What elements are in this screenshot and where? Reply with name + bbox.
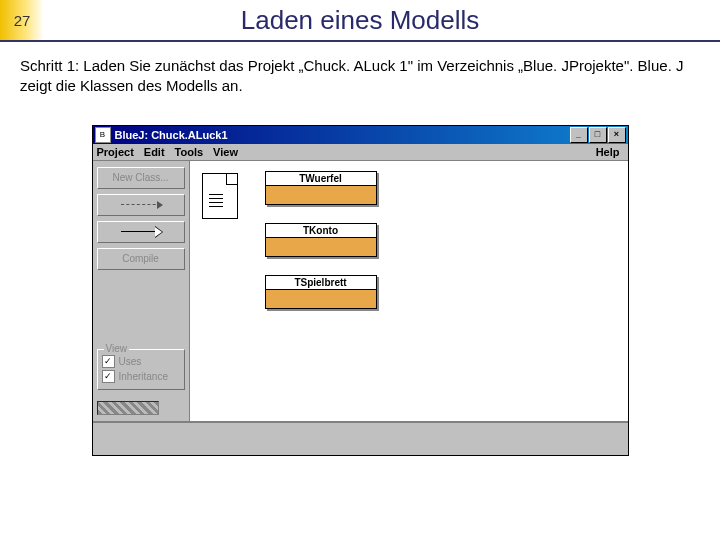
progress-indicator — [97, 401, 159, 415]
view-legend: View ✓ Uses ✓ Inheritance — [97, 349, 185, 390]
inheritance-arrow-button[interactable] — [97, 221, 185, 243]
menu-edit[interactable]: Edit — [144, 146, 165, 158]
menu-help[interactable]: Help — [596, 146, 620, 158]
class-label: TKonto — [266, 224, 376, 238]
close-button[interactable]: × — [608, 127, 626, 143]
slide-number: 27 — [0, 0, 44, 40]
class-box-tkonto[interactable]: TKonto — [265, 223, 377, 257]
slide-body-text: Schritt 1: Laden Sie zunächst das Projek… — [0, 42, 720, 105]
class-box-twuerfel[interactable]: TWuerfel — [265, 171, 377, 205]
inheritance-label: Inheritance — [119, 371, 168, 382]
app-icon: B — [95, 127, 111, 143]
titlebar: B BlueJ: Chuck.ALuck1 _ □ × — [93, 126, 628, 144]
legend-title: View — [104, 343, 130, 354]
class-label: TWuerfel — [266, 172, 376, 186]
side-panel: New Class... Compile View ✓ Uses ✓ Inher… — [93, 161, 190, 421]
new-class-button[interactable]: New Class... — [97, 167, 185, 189]
window-title: BlueJ: Chuck.ALuck1 — [115, 129, 570, 141]
class-label: TSpielbrett — [266, 276, 376, 290]
slide-title: Laden eines Modells — [44, 5, 720, 36]
menu-project[interactable]: Project — [97, 146, 134, 158]
class-diagram-canvas[interactable]: TWuerfel TKonto TSpielbrett — [190, 161, 628, 421]
menubar: Project Edit Tools View Help — [93, 144, 628, 160]
object-bench[interactable] — [93, 421, 628, 455]
dependency-arrow-button[interactable] — [97, 194, 185, 216]
uses-label: Uses — [119, 356, 142, 367]
uses-checkbox[interactable]: ✓ — [102, 355, 115, 368]
class-box-tspielbrett[interactable]: TSpielbrett — [265, 275, 377, 309]
maximize-button[interactable]: □ — [589, 127, 607, 143]
bluej-window: B BlueJ: Chuck.ALuck1 _ □ × Project Edit… — [92, 125, 629, 456]
readme-icon[interactable] — [202, 173, 238, 219]
menu-view[interactable]: View — [213, 146, 238, 158]
inheritance-checkbox[interactable]: ✓ — [102, 370, 115, 383]
compile-button[interactable]: Compile — [97, 248, 185, 270]
minimize-button[interactable]: _ — [570, 127, 588, 143]
menu-tools[interactable]: Tools — [175, 146, 204, 158]
